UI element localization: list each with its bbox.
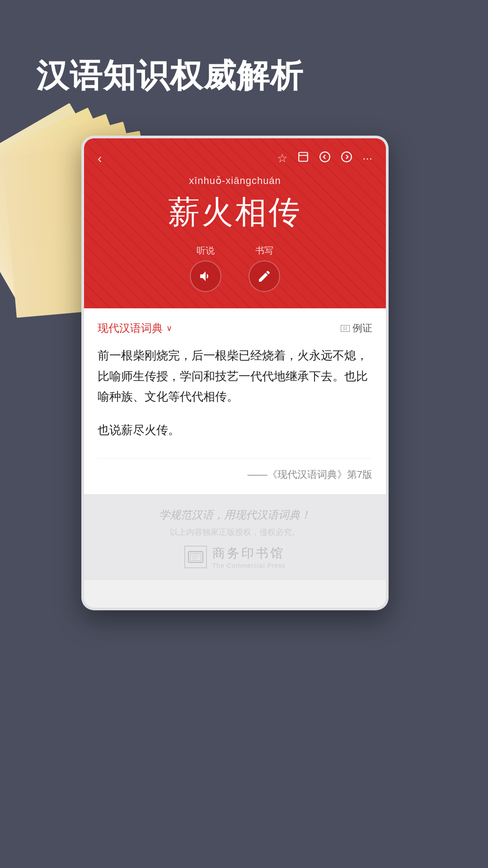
svg-rect-0	[299, 152, 308, 161]
nav-bar: ‹ ☆	[98, 151, 372, 166]
publisher-icon	[184, 546, 207, 568]
title-area: 汉语知识权威解析	[36, 54, 304, 98]
back-button[interactable]: ‹	[98, 151, 102, 166]
publisher-name-cn: 商务印书馆	[212, 545, 286, 562]
chinese-characters: 薪火相传	[98, 191, 372, 234]
next-icon[interactable]	[341, 151, 352, 166]
listen-button[interactable]	[190, 260, 221, 292]
write-button[interactable]	[249, 260, 280, 292]
example-toggle[interactable]: 日 例证	[341, 321, 372, 335]
star-icon[interactable]: ☆	[277, 151, 287, 165]
dict-selector: 现代汉语词典 ∨ 日 例证	[98, 321, 372, 335]
source-text: ——《现代汉语词典》第7版	[98, 458, 372, 481]
prev-icon[interactable]	[319, 151, 331, 166]
more-icon[interactable]: ···	[362, 151, 372, 165]
bookmark-icon[interactable]	[297, 151, 309, 166]
listen-label: 听说	[197, 245, 215, 257]
pinyin-text: xīnhuǒ-xiāngchuán	[98, 175, 372, 187]
write-label: 书写	[255, 245, 273, 257]
publisher-logo: 商务印书馆 The Commercial Press	[93, 545, 377, 569]
dictionary-card: ‹ ☆	[81, 136, 389, 610]
action-buttons: 听说 书写	[98, 245, 372, 292]
publisher-info: 商务印书馆 The Commercial Press	[212, 545, 286, 569]
copyright-text: 以上内容独家正版授权，侵权必究。	[93, 527, 377, 538]
slogan-text: 学规范汉语，用现代汉语词典！	[93, 508, 377, 522]
listen-group: 听说	[190, 245, 221, 292]
dictionary-name[interactable]: 现代汉语词典 ∨	[98, 321, 172, 335]
also-text: 也说薪尽火传。	[98, 420, 372, 441]
card-header: ‹ ☆	[84, 138, 386, 308]
card-footer: 学规范汉语，用现代汉语词典！ 以上内容独家正版授权，侵权必究。 商务印书馆 Th…	[84, 494, 386, 580]
definition-text: 前一根柴刚烧完，后一根柴已经烧着，火永远不熄，比喻师生传授，学问和技艺一代代地继…	[98, 345, 372, 407]
page-title: 汉语知识权威解析	[36, 54, 304, 98]
nav-icons: ☆	[277, 151, 372, 166]
dict-arrow-icon: ∨	[166, 323, 172, 333]
write-group: 书写	[249, 245, 280, 292]
publisher-name-en: The Commercial Press	[212, 562, 286, 569]
card-inner: ‹ ☆	[84, 138, 386, 608]
card-content: 现代汉语词典 ∨ 日 例证 前一根柴刚烧完，后一根柴已经烧着，火永远不熄，比喻师…	[84, 308, 386, 494]
svg-point-2	[320, 152, 330, 162]
svg-point-3	[342, 152, 352, 162]
